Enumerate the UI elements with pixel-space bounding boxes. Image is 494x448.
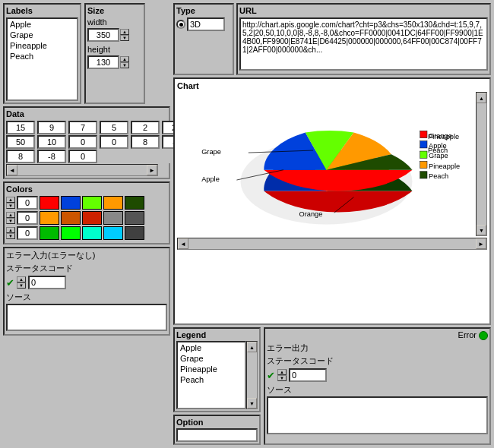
chart-scrollbar-h[interactable]: ◄ ► bbox=[177, 238, 487, 250]
legend-item-peach[interactable]: Peach bbox=[178, 374, 245, 385]
data-cell-0-0[interactable] bbox=[6, 121, 35, 134]
data-cell-0-1[interactable] bbox=[37, 121, 66, 134]
legend-scroll-up[interactable]: ▲ bbox=[247, 342, 257, 352]
width-up-button[interactable]: ▲ bbox=[120, 29, 129, 35]
data-cell-0-4[interactable] bbox=[131, 121, 160, 134]
label-item-pineapple[interactable]: Pineapple bbox=[8, 40, 77, 51]
color-swatch-0-0[interactable] bbox=[40, 196, 59, 210]
chart-scroll-right[interactable]: ► bbox=[476, 238, 486, 249]
color-swatch-0-3[interactable] bbox=[103, 196, 123, 210]
width-input[interactable] bbox=[87, 28, 119, 42]
url-textarea[interactable]: http://chart.apis.google.com/chart?cht=p… bbox=[239, 17, 488, 71]
color-up-2[interactable]: ▲ bbox=[6, 227, 15, 233]
color-value-2[interactable] bbox=[17, 226, 38, 240]
type-radio[interactable] bbox=[176, 20, 185, 29]
color-swatch-1-0[interactable] bbox=[40, 211, 59, 225]
legend-scroll-track bbox=[247, 352, 257, 398]
error-input-spinner[interactable]: ▲ ▼ bbox=[17, 276, 26, 289]
data-cell-0-3[interactable] bbox=[100, 121, 128, 134]
svg-rect-2 bbox=[420, 141, 427, 148]
chart-scroll-down[interactable]: ▼ bbox=[477, 225, 486, 235]
chart-scroll-left[interactable]: ◄ bbox=[178, 238, 188, 249]
color-swatch-0-1[interactable] bbox=[61, 196, 81, 210]
error-input-status-value[interactable] bbox=[28, 276, 66, 289]
color-swatch-0-4[interactable] bbox=[125, 196, 144, 210]
chart-scrollbar-v[interactable]: ▲ ▼ bbox=[476, 92, 487, 236]
chart-callout-apple: Apple bbox=[201, 175, 220, 183]
chart-title: Chart bbox=[177, 81, 487, 90]
chart-scroll-track-v bbox=[477, 103, 486, 225]
error-input-section: エラー入力(エラーなし) ステータスコード ✔ ▲ ▼ ソース bbox=[3, 247, 170, 336]
data-cell-2-4[interactable] bbox=[68, 150, 97, 163]
data-cell-2-0[interactable] bbox=[131, 135, 160, 149]
label-item-peach[interactable]: Peach bbox=[8, 51, 77, 62]
data-cell-1-2[interactable] bbox=[37, 135, 66, 149]
error-output-down[interactable]: ▼ bbox=[277, 375, 287, 381]
data-cell-0-2[interactable] bbox=[68, 121, 97, 134]
error-input-up[interactable]: ▲ bbox=[17, 276, 26, 282]
height-up-button[interactable]: ▲ bbox=[120, 56, 129, 62]
width-spinner[interactable]: ▲ ▼ bbox=[120, 29, 129, 41]
legend-scrollbar[interactable]: ▲ ▼ bbox=[246, 341, 258, 409]
color-swatch-1-2[interactable] bbox=[82, 211, 102, 225]
chart-legend-peach2: Peach bbox=[429, 172, 448, 180]
height-label: height bbox=[87, 45, 115, 54]
legend-scroll-down[interactable]: ▼ bbox=[247, 398, 257, 409]
label-item-grape[interactable]: Grape bbox=[8, 30, 77, 40]
error-led bbox=[479, 331, 488, 340]
data-scrollbar-h[interactable]: ◄ ► bbox=[6, 164, 158, 176]
color-swatch-2-2[interactable] bbox=[82, 226, 102, 240]
data-cell-2-3[interactable] bbox=[37, 150, 66, 163]
color-swatch-2-1[interactable] bbox=[61, 226, 81, 240]
color-value-0[interactable] bbox=[17, 196, 38, 210]
color-down-2[interactable]: ▼ bbox=[6, 233, 15, 239]
color-down-1[interactable]: ▼ bbox=[6, 218, 15, 224]
svg-rect-5 bbox=[420, 172, 427, 178]
color-spinner-0[interactable]: ▲ ▼ bbox=[6, 197, 15, 209]
error-output-up[interactable]: ▲ bbox=[277, 369, 287, 375]
url-section: URL http://chart.apis.google.com/chart?c… bbox=[236, 3, 491, 75]
label-item-apple[interactable]: Apple bbox=[8, 19, 77, 30]
error-input-down[interactable]: ▼ bbox=[17, 282, 26, 289]
color-up-1[interactable]: ▲ bbox=[6, 212, 15, 218]
data-scroll-right[interactable]: ► bbox=[147, 165, 157, 175]
color-swatch-1-1[interactable] bbox=[61, 211, 81, 225]
chart-callout-orange: Orange bbox=[299, 210, 323, 218]
width-field: width bbox=[87, 17, 142, 27]
chart-scroll-up[interactable]: ▲ bbox=[477, 93, 486, 103]
color-down-0[interactable]: ▼ bbox=[6, 203, 15, 209]
labels-listbox[interactable]: Apple Grape Pineapple Peach bbox=[6, 17, 78, 101]
error-input-source[interactable] bbox=[6, 304, 167, 331]
height-spinner[interactable]: ▲ ▼ bbox=[120, 56, 129, 68]
data-scroll-left[interactable]: ◄ bbox=[7, 165, 17, 175]
data-cell-1-1[interactable] bbox=[6, 135, 35, 149]
chart-section: Chart bbox=[173, 77, 491, 325]
legend-item-pineapple[interactable]: Pineapple bbox=[178, 364, 245, 374]
color-swatch-2-4[interactable] bbox=[125, 226, 144, 240]
color-swatch-0-2[interactable] bbox=[82, 196, 102, 210]
legend-listbox[interactable]: Apple Grape Pineapple Peach bbox=[176, 341, 246, 409]
color-swatch-1-4[interactable] bbox=[125, 211, 144, 225]
data-cell-2-2[interactable] bbox=[6, 150, 35, 163]
color-spinner-2[interactable]: ▲ ▼ bbox=[6, 227, 15, 239]
color-swatch-2-3[interactable] bbox=[103, 226, 123, 240]
error-output-source[interactable] bbox=[267, 396, 488, 434]
type-input[interactable] bbox=[187, 17, 225, 31]
data-cell-1-4[interactable] bbox=[100, 135, 128, 149]
color-row-2: ▲ ▼ bbox=[6, 226, 167, 240]
option-input[interactable] bbox=[176, 428, 258, 442]
color-row-1: ▲ ▼ bbox=[6, 211, 167, 225]
width-down-button[interactable]: ▼ bbox=[120, 35, 129, 41]
error-output-spinner[interactable]: ▲ ▼ bbox=[277, 369, 287, 381]
legend-item-grape[interactable]: Grape bbox=[178, 353, 245, 364]
legend-item-apple[interactable]: Apple bbox=[178, 342, 245, 353]
data-cell-1-3[interactable] bbox=[68, 135, 97, 149]
color-spinner-1[interactable]: ▲ ▼ bbox=[6, 212, 15, 224]
color-value-1[interactable] bbox=[17, 211, 38, 225]
height-input[interactable] bbox=[87, 55, 119, 69]
color-swatch-2-0[interactable] bbox=[40, 226, 59, 240]
error-output-status-value[interactable] bbox=[289, 368, 327, 382]
color-up-0[interactable]: ▲ bbox=[6, 197, 15, 203]
height-down-button[interactable]: ▼ bbox=[120, 62, 129, 68]
color-swatch-1-3[interactable] bbox=[103, 211, 123, 225]
